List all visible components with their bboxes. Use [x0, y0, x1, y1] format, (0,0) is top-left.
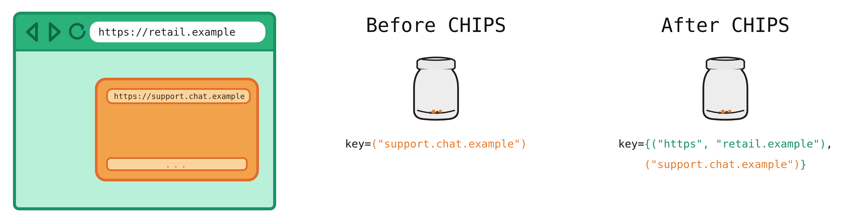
key-prefix: key= [618, 138, 644, 150]
chat-widget-iframe: https://support.chat.example ... [95, 78, 259, 182]
brace-open: { [644, 138, 651, 150]
browser-viewport: https://support.chat.example ... [16, 51, 273, 207]
after-chips-title: After CHIPS [661, 14, 790, 36]
svg-point-1 [436, 111, 439, 114]
after-chips-panel: After CHIPS key={("https", "retail.examp… [596, 12, 855, 175]
chat-widget-url-badge: https://support.chat.example [106, 88, 251, 104]
browser-window: https://retail.example https://support.c… [13, 12, 276, 210]
address-bar[interactable]: https://retail.example [90, 22, 266, 42]
cookie-jar-icon [404, 47, 468, 123]
tuple1-https: "https" [657, 138, 703, 150]
svg-point-4 [721, 110, 725, 114]
tuple1-domain: "retail.example" [716, 138, 820, 150]
svg-point-7 [718, 112, 721, 114]
tuple1-open: ( [651, 138, 657, 150]
svg-point-5 [725, 111, 728, 114]
address-bar-text: https://retail.example [98, 26, 236, 38]
tuple1-comma: , [826, 138, 833, 150]
key-prefix: key= [345, 138, 371, 150]
after-key: key={("https", "retail.example"), ("supp… [618, 134, 833, 175]
svg-point-2 [439, 110, 442, 113]
svg-point-0 [432, 110, 435, 114]
chat-widget-placeholder: ... [165, 159, 189, 170]
before-chips-panel: Before CHIPS key=("support.chat.example"… [306, 12, 566, 154]
chat-widget-input[interactable]: ... [106, 157, 248, 171]
before-key: key=("support.chat.example") [345, 134, 527, 154]
back-icon [24, 22, 41, 42]
reload-icon [68, 22, 85, 42]
cookie-jar-icon [693, 47, 758, 123]
browser-toolbar: https://retail.example [16, 15, 273, 51]
tuple1-sep: , [703, 138, 716, 150]
tuple1-close: ) [820, 138, 826, 150]
brace-close: } [800, 158, 807, 171]
before-chips-title: Before CHIPS [366, 14, 506, 36]
tuple2: ("support.chat.example") [644, 158, 800, 171]
svg-point-6 [728, 110, 732, 113]
chat-widget-url-text: https://support.chat.example [114, 92, 245, 101]
svg-point-3 [429, 112, 432, 114]
forward-icon [46, 22, 63, 42]
key-value: ("support.chat.example") [371, 138, 527, 150]
